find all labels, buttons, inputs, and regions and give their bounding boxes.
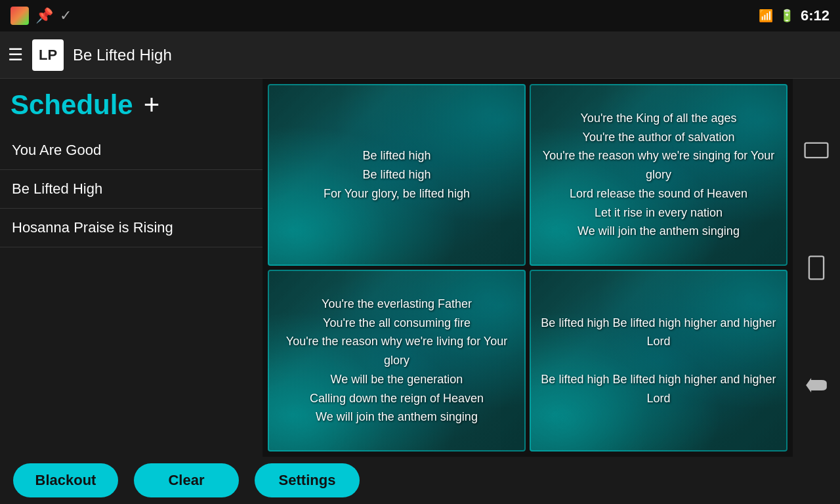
card1-text: Be lifted highBe lifted highFor Your glo… xyxy=(313,136,480,213)
display-landscape-button[interactable] xyxy=(799,137,833,163)
pin-icon: 📌 xyxy=(35,7,53,24)
card2-text: You're the King of all the ages You're t… xyxy=(530,98,788,252)
clear-button[interactable]: Clear xyxy=(134,463,239,497)
battery-icon: 🔋 xyxy=(780,9,794,23)
sidebar: Schedule + You Are Good Be Lifted High H… xyxy=(0,79,262,457)
display-portrait-button[interactable] xyxy=(799,255,833,281)
card4-text: Be lifted high Be lifted high higher and… xyxy=(530,303,788,419)
lyric-card-3[interactable]: You're the everlasting Father You're the… xyxy=(268,270,526,452)
app-bar: ☰ LP Be Lifted High xyxy=(0,32,840,79)
status-icons-right: 📶 🔋 6:12 xyxy=(759,7,830,24)
lyric-card-1[interactable]: Be lifted highBe lifted highFor Your glo… xyxy=(268,84,526,266)
lyric-card-2[interactable]: You're the King of all the ages You're t… xyxy=(530,84,788,266)
lyric-card-4[interactable]: Be lifted high Be lifted high higher and… xyxy=(530,270,788,452)
content-area: Be lifted highBe lifted highFor Your glo… xyxy=(262,79,793,457)
status-bar: 📌 ✓ 📶 🔋 6:12 xyxy=(0,0,840,32)
main-layout: Schedule + You Are Good Be Lifted High H… xyxy=(0,79,840,457)
status-icons-left: 📌 ✓ xyxy=(10,7,72,25)
blackout-button[interactable]: Blackout xyxy=(13,463,118,497)
back-button[interactable] xyxy=(799,372,833,398)
app-logo: LP xyxy=(32,39,64,71)
bottom-bar: Blackout Clear Settings xyxy=(0,457,840,504)
check-icon: ✓ xyxy=(60,7,72,24)
svg-rect-0 xyxy=(805,143,828,158)
app-title: Be Lifted High xyxy=(73,46,172,64)
hamburger-menu-icon[interactable]: ☰ xyxy=(8,45,23,65)
sidebar-item-hosanna[interactable]: Hosanna Praise is Rising xyxy=(0,209,262,247)
sidebar-item-be-lifted-high[interactable]: Be Lifted High xyxy=(0,170,262,209)
add-schedule-button[interactable]: + xyxy=(144,91,160,119)
back-icon xyxy=(804,373,829,398)
sidebar-item-you-are-good[interactable]: You Are Good xyxy=(0,131,262,170)
card3-text: You're the everlasting Father You're the… xyxy=(268,284,526,438)
schedule-label: Schedule xyxy=(10,89,133,121)
right-nav xyxy=(793,79,840,457)
landscape-icon xyxy=(804,138,829,163)
wifi-icon xyxy=(10,7,29,25)
status-time: 6:12 xyxy=(801,7,830,24)
settings-button[interactable]: Settings xyxy=(255,463,360,497)
schedule-header: Schedule + xyxy=(0,84,262,131)
svg-rect-1 xyxy=(809,257,824,280)
signal-icon: 📶 xyxy=(759,9,773,23)
portrait-icon xyxy=(804,255,829,280)
